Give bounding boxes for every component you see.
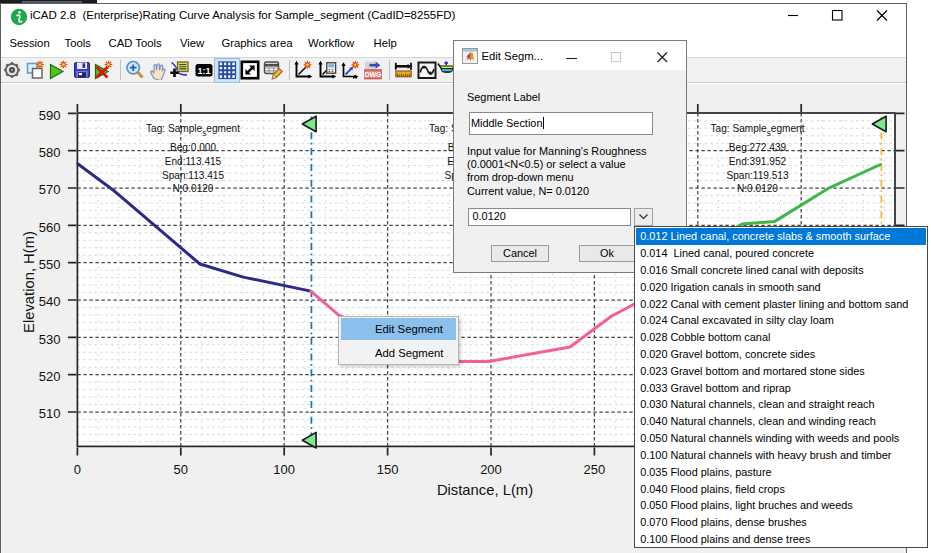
svg-text:Span:113.415: Span:113.415 — [162, 170, 225, 181]
svg-text:200: 200 — [480, 462, 502, 477]
svg-text:N:0.0120: N:0.0120 — [737, 183, 778, 194]
svg-text:540: 540 — [39, 294, 61, 309]
svg-text:150: 150 — [377, 462, 399, 477]
svg-text:580: 580 — [39, 145, 61, 160]
svg-text:530: 530 — [39, 332, 61, 347]
svg-text:0: 0 — [74, 462, 81, 477]
svg-text:510: 510 — [39, 406, 61, 421]
svg-text:250: 250 — [584, 462, 606, 477]
svg-text:570: 570 — [39, 182, 61, 197]
svg-text:Distance, L(m): Distance, L(m) — [437, 482, 533, 498]
svg-text:50: 50 — [174, 462, 188, 477]
svg-text:Span:119.513: Span:119.513 — [726, 170, 789, 181]
svg-text:N:0.0120: N:0.0120 — [173, 183, 214, 194]
svg-text:520: 520 — [39, 369, 61, 384]
svg-text:Beg:272.439: Beg:272.439 — [729, 142, 787, 153]
svg-text:100: 100 — [273, 462, 295, 477]
svg-text:590: 590 — [39, 108, 61, 123]
svg-text:550: 550 — [39, 257, 61, 272]
svg-text:End:391.952: End:391.952 — [729, 156, 787, 167]
svg-text:End:113.415: End:113.415 — [165, 156, 222, 167]
svg-text:Beg:0.000: Beg:0.000 — [170, 142, 216, 153]
svg-text:Elevation, H(m): Elevation, H(m) — [21, 231, 37, 333]
svg-text:560: 560 — [39, 220, 61, 235]
